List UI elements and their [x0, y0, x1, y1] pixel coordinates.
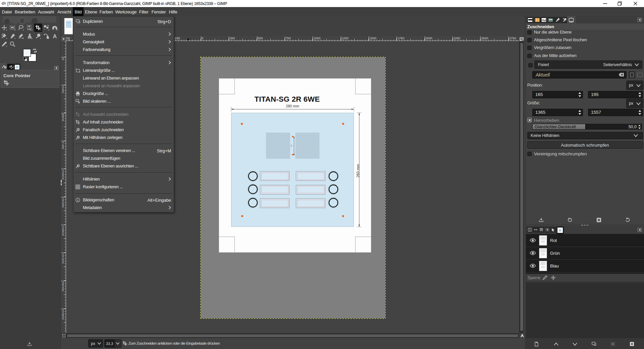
svg-text:i: i: [5, 66, 6, 68]
svg-text:t: t: [44, 28, 45, 30]
svg-text:A: A: [53, 33, 57, 40]
